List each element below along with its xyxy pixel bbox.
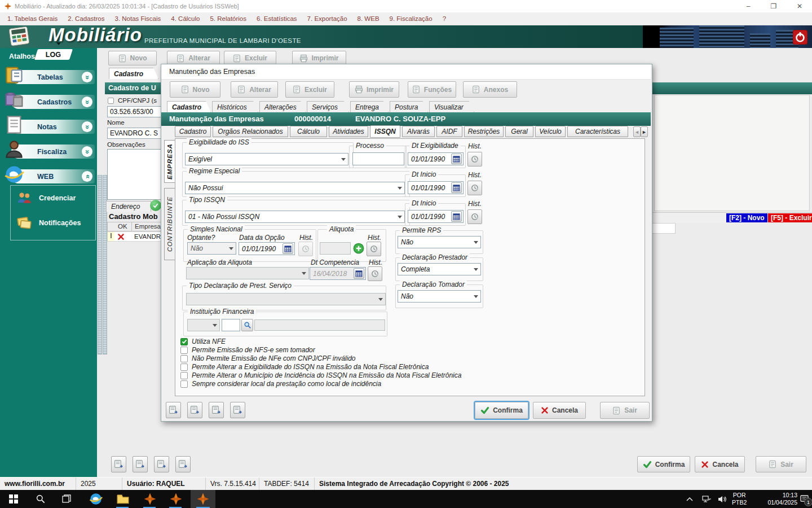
side-tab-contribuinte[interactable]: CONTRIBUINTE xyxy=(164,188,175,260)
tab-servicos[interactable]: Serviços xyxy=(307,101,349,112)
tab-scroll-right-button[interactable]: ► xyxy=(641,126,648,137)
nfe-checkbox-4[interactable]: Permite Alterar o Município de Incidênci… xyxy=(180,371,461,379)
menu-fiscalizacao[interactable]: 9. Fiscalização xyxy=(385,12,438,25)
tab-inner-geral[interactable]: Geral xyxy=(505,126,533,137)
data-opcao-field[interactable]: 01/01/1990 xyxy=(239,242,295,255)
task-view-icon[interactable] xyxy=(55,490,78,508)
vertical-scrollbar[interactable] xyxy=(98,175,102,354)
competencia-hist-button[interactable] xyxy=(368,266,382,281)
grid-row[interactable]: I EVANDR xyxy=(107,231,162,242)
nfe-checkbox-0[interactable]: Utiliza NFE xyxy=(180,338,226,345)
cpf-field[interactable]: 03.526.653/00 xyxy=(107,106,161,117)
notification-center-icon[interactable]: 1 xyxy=(797,490,812,508)
dt-exigibilidade-field[interactable]: 01/01/1990 xyxy=(408,152,464,165)
inst-financeira-search-button[interactable] xyxy=(241,319,253,331)
tab-inner-alvaras[interactable]: Alvarás xyxy=(402,126,435,137)
file-explorer-taskbar-icon[interactable] xyxy=(112,490,134,508)
back-nav-next-button[interactable] xyxy=(154,456,169,472)
regime-especial-combo[interactable]: Não Possui xyxy=(185,182,405,194)
regime-hist-button[interactable] xyxy=(467,181,482,195)
optante-combo[interactable]: Não xyxy=(187,242,236,255)
calendar-icon[interactable] xyxy=(283,243,293,254)
sidebar-item-credenciar[interactable]: Credenciar xyxy=(15,190,76,206)
start-button[interactable] xyxy=(2,490,25,508)
aliquota-hist-button[interactable] xyxy=(367,242,381,256)
chevron-down-icon[interactable]: » xyxy=(82,97,92,107)
dialog-nav-prev-button[interactable] xyxy=(187,402,202,418)
dt-inicio-regime-field[interactable]: 01/01/1990 xyxy=(408,181,464,194)
tab-visualizar[interactable]: Visualizar xyxy=(429,101,474,112)
tab-inner-veiculo[interactable]: Veículo xyxy=(535,126,566,137)
tab-inner-orgaos[interactable]: Orgãos Relacionados xyxy=(213,126,288,137)
menu-web[interactable]: 8. WEB xyxy=(352,12,385,25)
cancela-button[interactable]: Cancela xyxy=(533,402,586,419)
dt-competencia-field[interactable]: 16/04/2018 xyxy=(310,267,366,280)
nfe-checkbox-3[interactable]: Permite Alterar a Exigibilidade do ISSQN… xyxy=(180,363,429,371)
tipo-issqn-hist-button[interactable] xyxy=(467,209,482,224)
clock[interactable]: 10:13 01/04/2025 xyxy=(753,492,797,506)
declaracao-prestador-combo[interactable]: Completa xyxy=(398,263,481,275)
menu-exportacao[interactable]: 7. Exportação xyxy=(302,12,352,25)
dialog-funcoes-button[interactable]: Funções xyxy=(408,81,456,98)
menu-help[interactable]: ? xyxy=(438,12,451,25)
search-icon[interactable] xyxy=(29,490,52,508)
cpf-checkbox[interactable] xyxy=(108,98,114,104)
tab-alteracoes[interactable]: Alterações xyxy=(259,101,306,112)
calendar-icon[interactable] xyxy=(354,268,364,279)
menu-relatorios[interactable]: 5. Relatórios xyxy=(205,12,251,25)
tab-historicos[interactable]: Históricos xyxy=(212,101,258,112)
dialog-nav-first-button[interactable] xyxy=(166,402,181,418)
dt-inicio-tipo-field[interactable]: 01/01/1990 xyxy=(408,210,464,223)
maximize-button[interactable]: ❐ xyxy=(761,0,786,12)
dialog-nav-next-button[interactable] xyxy=(209,402,224,418)
aliquota-add-button[interactable] xyxy=(352,242,365,255)
inst-financeira-combo[interactable] xyxy=(187,319,220,331)
fiorilli-app-active-taskbar-icon[interactable] xyxy=(191,490,215,508)
tab-inner-aidf[interactable]: AIDF xyxy=(436,126,462,137)
chevron-down-icon[interactable]: » xyxy=(82,121,92,132)
inst-financeira-name-input[interactable] xyxy=(254,319,385,331)
simples-hist-button[interactable] xyxy=(298,242,313,256)
tipo-declaracao-combo[interactable] xyxy=(186,293,386,305)
back-nav-prev-button[interactable] xyxy=(133,456,148,472)
chevron-up-icon[interactable]: » xyxy=(82,171,92,182)
aplicacao-aliquota-combo[interactable] xyxy=(186,267,309,279)
dialog-anexos-button[interactable]: Anexos xyxy=(463,81,517,98)
tab-inner-cadastro[interactable]: Cadastro xyxy=(175,126,211,137)
close-button[interactable]: ✕ xyxy=(787,0,812,12)
back-sair-button[interactable]: Sair xyxy=(756,456,806,472)
back-tab-cadastro[interactable]: Cadastro xyxy=(109,68,158,79)
tab-postura[interactable]: Postura xyxy=(390,101,428,112)
dialog-imprimir-button[interactable]: Imprimir xyxy=(349,81,399,98)
log-tab[interactable]: LOG xyxy=(34,49,73,60)
menu-calculo[interactable]: 4. Cálculo xyxy=(166,12,205,25)
network-icon[interactable] xyxy=(698,490,715,508)
tab-inner-restricoes[interactable]: Restrições xyxy=(464,126,504,137)
back-cancela-button[interactable]: Cancela xyxy=(695,456,745,472)
language-indicator[interactable]: POR PTB2 xyxy=(732,492,747,506)
power-button[interactable] xyxy=(793,30,807,45)
nfe-checkbox-2[interactable]: Não Permite Emissão de NFe com CNPJ/CPF … xyxy=(180,354,356,362)
back-confirma-button[interactable]: Confirma xyxy=(637,456,690,472)
confirma-button[interactable]: Confirma xyxy=(475,402,528,419)
back-nav-last-button[interactable] xyxy=(175,456,191,472)
tray-chevron-icon[interactable] xyxy=(681,490,698,508)
endereco-tab[interactable]: Endereço xyxy=(106,201,151,212)
volume-icon[interactable] xyxy=(714,490,730,508)
minimize-button[interactable]: – xyxy=(736,0,761,12)
permite-rps-combo[interactable]: Não xyxy=(398,236,481,248)
tab-entrega[interactable]: Entrega xyxy=(350,101,389,112)
tab-cadastro[interactable]: Cadastro xyxy=(167,101,211,112)
observacoes-textarea[interactable] xyxy=(107,149,162,200)
dialog-novo-button[interactable]: Novo xyxy=(170,81,220,98)
internet-explorer-taskbar-icon[interactable] xyxy=(85,490,107,508)
chevron-down-icon[interactable]: » xyxy=(82,146,92,157)
fiorilli-app-2-taskbar-icon[interactable] xyxy=(165,490,187,508)
side-tab-empresa[interactable]: EMPRESA xyxy=(164,140,175,183)
calendar-icon[interactable] xyxy=(451,211,462,222)
tab-inner-atividades[interactable]: Atividades xyxy=(329,126,368,137)
menu-tabelas-gerais[interactable]: 1. Tabelas Gerais xyxy=(2,12,63,25)
nfe-checkbox-1[interactable]: Permite Emissão de NFS-e sem tomador xyxy=(180,346,315,354)
nome-field[interactable]: EVANDRO C. S xyxy=(107,128,161,139)
tab-inner-issqn[interactable]: ISSQN xyxy=(370,125,400,138)
